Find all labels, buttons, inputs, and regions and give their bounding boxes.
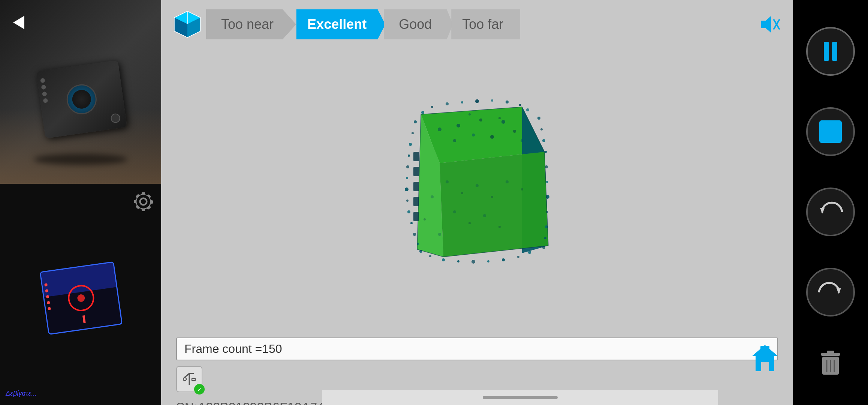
svg-marker-11 bbox=[761, 16, 771, 33]
svg-point-42 bbox=[545, 151, 547, 153]
svg-rect-83 bbox=[413, 152, 419, 161]
depth-dot-5 bbox=[48, 307, 51, 310]
cube-svg bbox=[172, 9, 202, 39]
power-button bbox=[110, 113, 121, 123]
tab-too-near-label: Too near bbox=[221, 16, 274, 32]
svg-point-75 bbox=[521, 188, 523, 190]
svg-point-79 bbox=[498, 226, 501, 228]
svg-point-61 bbox=[501, 120, 505, 124]
depth-boombox bbox=[40, 261, 123, 335]
svg-point-63 bbox=[490, 135, 494, 139]
svg-point-81 bbox=[424, 218, 426, 220]
trash-button[interactable] bbox=[816, 348, 846, 378]
svg-rect-84 bbox=[413, 167, 419, 176]
depth-camera-view: Δεβίγατε... bbox=[0, 184, 161, 405]
serial-number-text: SN:A22B01292B6F10A74 bbox=[176, 400, 324, 405]
depth-dot-2 bbox=[45, 289, 48, 292]
boombox-btn-3 bbox=[42, 92, 47, 97]
nav-pill[interactable] bbox=[483, 396, 558, 399]
svg-point-21 bbox=[461, 101, 463, 104]
depth-dot-1 bbox=[44, 283, 48, 286]
svg-point-72 bbox=[476, 184, 479, 187]
tab-too-near[interactable]: Too near bbox=[206, 9, 296, 39]
home-icon bbox=[748, 341, 782, 375]
depth-bottom-text: Δεβίγατε... bbox=[6, 390, 37, 398]
usb-icon bbox=[182, 372, 197, 387]
svg-point-30 bbox=[408, 154, 410, 157]
svg-marker-102 bbox=[837, 288, 841, 294]
svg-point-39 bbox=[537, 117, 540, 120]
svg-rect-85 bbox=[413, 182, 419, 191]
svg-point-62 bbox=[472, 134, 475, 136]
svg-point-48 bbox=[544, 237, 546, 239]
3d-view bbox=[161, 49, 793, 330]
svg-point-32 bbox=[406, 177, 408, 179]
svg-point-51 bbox=[429, 255, 431, 257]
undo-button[interactable] bbox=[806, 188, 855, 236]
stop-button[interactable] bbox=[806, 107, 855, 156]
point-cloud-svg bbox=[365, 77, 590, 302]
depth-scene: Δεβίγατε... bbox=[0, 184, 161, 405]
svg-point-54 bbox=[471, 260, 475, 264]
boombox-buttons bbox=[40, 78, 48, 103]
settings-button[interactable] bbox=[133, 191, 154, 212]
svg-point-76 bbox=[453, 210, 456, 213]
tab-too-far[interactable]: Too far bbox=[445, 9, 520, 39]
usb-icon-container: ✓ bbox=[176, 366, 202, 392]
svg-point-29 bbox=[409, 143, 412, 146]
svg-point-35 bbox=[407, 210, 410, 213]
svg-rect-97 bbox=[192, 378, 195, 381]
svg-point-71 bbox=[461, 192, 463, 194]
svg-rect-100 bbox=[760, 346, 769, 354]
svg-point-74 bbox=[506, 180, 509, 183]
svg-point-56 bbox=[502, 258, 505, 261]
svg-point-44 bbox=[546, 181, 548, 183]
depth-dot-4 bbox=[47, 301, 50, 304]
depth-bottom-bar bbox=[82, 315, 86, 323]
svg-point-40 bbox=[540, 128, 543, 130]
svg-point-73 bbox=[491, 196, 493, 198]
svg-point-19 bbox=[431, 106, 433, 108]
boombox-btn-2 bbox=[41, 85, 46, 90]
cube-icon bbox=[172, 9, 202, 39]
usb-check-icon: ✓ bbox=[194, 384, 205, 394]
depth-dot-3 bbox=[46, 295, 49, 298]
frame-count-text: Frame count =150 bbox=[184, 342, 282, 356]
svg-point-33 bbox=[405, 188, 409, 191]
tab-good[interactable]: Good bbox=[378, 9, 453, 39]
tab-excellent[interactable]: Excellent bbox=[289, 9, 385, 39]
distance-tabs: Too near Excellent Good Too far bbox=[206, 9, 748, 39]
pause-bar-left bbox=[824, 42, 829, 61]
left-panel: Δεβίγατε... bbox=[0, 0, 161, 405]
main-panel: Too near Excellent Good Too far bbox=[161, 0, 793, 405]
svg-point-96 bbox=[183, 378, 186, 381]
svg-point-68 bbox=[498, 117, 501, 119]
bottom-nav-bar bbox=[322, 390, 718, 405]
svg-point-28 bbox=[412, 132, 414, 134]
svg-point-25 bbox=[519, 104, 521, 106]
svg-point-34 bbox=[406, 200, 409, 202]
back-button[interactable] bbox=[7, 11, 30, 34]
trash-icon bbox=[819, 350, 842, 376]
svg-point-18 bbox=[421, 111, 424, 114]
pause-button[interactable] bbox=[806, 27, 855, 76]
home-button[interactable] bbox=[748, 341, 782, 375]
redo-button[interactable] bbox=[806, 268, 855, 316]
pause-bar-right bbox=[832, 42, 837, 61]
svg-point-77 bbox=[468, 222, 471, 224]
volume-mute-icon bbox=[757, 13, 780, 36]
mute-button[interactable] bbox=[756, 11, 782, 38]
boombox-speaker-inner bbox=[71, 89, 92, 110]
undo-icon bbox=[817, 199, 844, 225]
gear-icon bbox=[133, 191, 154, 212]
tab-excellent-label: Excellent bbox=[307, 16, 367, 32]
svg-point-27 bbox=[414, 120, 417, 123]
svg-line-95 bbox=[185, 374, 189, 377]
svg-point-78 bbox=[483, 214, 486, 217]
svg-point-37 bbox=[413, 233, 416, 236]
redo-icon bbox=[817, 279, 844, 305]
shadow bbox=[34, 154, 127, 165]
app-container: Δεβίγατε... bbox=[0, 0, 868, 405]
svg-point-31 bbox=[406, 165, 409, 168]
svg-point-23 bbox=[491, 99, 493, 102]
